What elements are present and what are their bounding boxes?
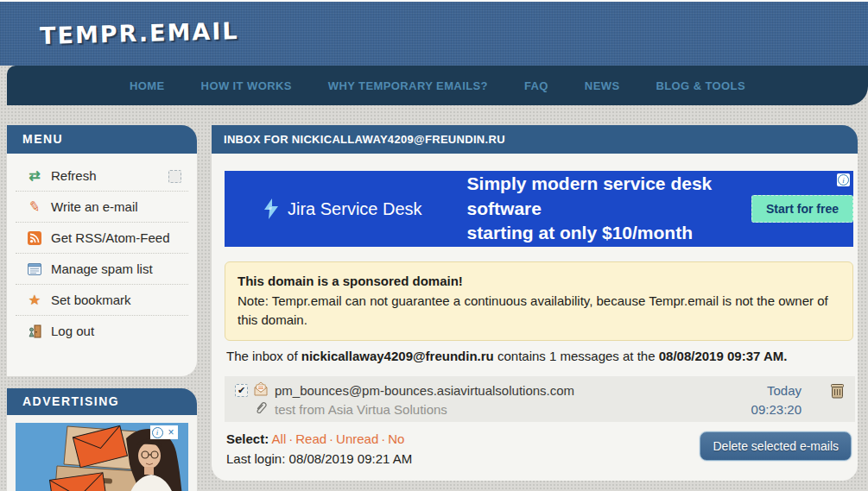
menu-item-label: Write an e-mail [51, 199, 138, 214]
message-row[interactable]: ✔ pm_bounces@pm-bounces.asiavirtualsolut… [225, 376, 855, 422]
menu-item-rss-feed[interactable]: Get RSS/Atom-Feed [16, 223, 188, 254]
inbox-email-address: nickicallaway4209@freundin.ru [301, 349, 494, 363]
nav-item-why-temporary-emails[interactable]: WHY TEMPORARY EMAILS? [328, 79, 488, 92]
menu-item-label: Refresh [51, 168, 97, 183]
jira-brand-label: Jira Service Desk [288, 199, 422, 219]
nav-item-faq[interactable]: FAQ [524, 79, 548, 92]
auto-refresh-checkbox[interactable] [168, 170, 181, 183]
menu-item-set-bookmark[interactable]: ★ Set bookmark [16, 285, 188, 316]
last-login-text: Last login: 08/08/2019 09:21 AM [226, 451, 412, 466]
message-datetime: Today 09:23:20 [751, 381, 801, 419]
menu-item-label: Manage spam list [51, 261, 153, 276]
delete-selected-button[interactable]: Delete selected e-mails [700, 431, 852, 461]
start-for-free-button[interactable]: Start for free [751, 195, 853, 223]
advertising-panel: i × [7, 415, 197, 491]
message-sender[interactable]: pm_bounces@pm-bounces.asiavirtualsolutio… [275, 383, 574, 398]
delete-message-trash-icon[interactable] [830, 383, 845, 402]
notice-body: Note: Tempr.email can not guarantee a co… [238, 292, 840, 330]
inbox-info-line: The inbox of nickicallaway4209@freundin.… [226, 349, 787, 363]
select-read-link[interactable]: Read [295, 431, 326, 446]
nav-item-blog-tools[interactable]: BLOG & TOOLS [656, 79, 745, 92]
jira-headline-line2: starting at only $10/month [467, 221, 727, 245]
menu-panel: ⇄ Refresh ✎ Write an e-mail Get RSS/Atom… [7, 154, 197, 376]
select-bar: Select: All·Read·Unread·No [226, 431, 404, 446]
menu-item-refresh[interactable]: ⇄ Refresh [16, 161, 188, 192]
sponsored-domain-notice: This domain is a sponsored domain! Note:… [225, 261, 853, 341]
star-icon: ★ [26, 292, 43, 308]
select-separator: · [286, 431, 295, 446]
advertising-panel-title: ADVERTISING [7, 388, 197, 415]
menu-panel-title: MENU [7, 125, 197, 154]
spam-list-icon [26, 263, 43, 275]
menu-item-manage-spam[interactable]: Manage spam list [16, 254, 188, 285]
menu-item-label: Log out [51, 324, 94, 338]
notice-title: This domain is a sponsored domain! [238, 272, 840, 292]
tempr-email-page: TEMPR.EMAIL HOME HOW IT WORKS WHY TEMPOR… [0, 0, 868, 491]
ad-info-icon[interactable]: i [837, 173, 850, 186]
inbox-title-bar: INBOX FOR NICKICALLAWAY4209@FREUNDIN.RU [212, 125, 858, 154]
select-separator: · [378, 431, 388, 446]
menu-item-label: Get RSS/Atom-Feed [51, 230, 170, 245]
select-unread-link[interactable]: Unread [336, 431, 378, 446]
select-label: Select: [226, 431, 269, 446]
menu-item-write-email[interactable]: ✎ Write an e-mail [16, 192, 188, 223]
inbox-content-panel: Jira Service Desk Simply modern service … [212, 154, 858, 481]
jira-ad-banner[interactable]: Jira Service Desk Simply modern service … [225, 171, 853, 247]
refresh-icon: ⇄ [26, 167, 43, 184]
nav-item-news[interactable]: NEWS [585, 79, 620, 92]
message-date: Today [751, 381, 801, 400]
site-logo[interactable]: TEMPR.EMAIL [40, 17, 239, 49]
jira-brand: Jira Service Desk [263, 198, 422, 219]
nav-item-how-it-works[interactable]: HOW IT WORKS [201, 79, 292, 92]
nav-item-home[interactable]: HOME [130, 79, 165, 92]
header-banner: TEMPR.EMAIL [0, 2, 868, 66]
jira-headline-line1: Simply modern service desk software [467, 172, 727, 221]
select-all-link[interactable]: All [272, 431, 287, 446]
logout-door-icon [26, 324, 43, 338]
rss-icon [26, 231, 43, 245]
adchoices-info-icon[interactable]: i [150, 425, 164, 439]
ad-close-icon[interactable]: × [164, 425, 178, 439]
pencil-icon: ✎ [25, 197, 45, 216]
open-envelope-icon [253, 381, 269, 400]
jira-bolt-icon [263, 198, 280, 219]
main-nav: HOME HOW IT WORKS WHY TEMPORARY EMAILS? … [7, 66, 868, 105]
message-subject[interactable]: test from Asia Virtua Solutions [275, 402, 447, 417]
select-no-link[interactable]: No [388, 431, 404, 446]
inbox-info-middle: contains 1 messages at the [494, 349, 659, 363]
menu-item-label: Set bookmark [51, 293, 131, 307]
message-checkbox[interactable]: ✔ [235, 384, 248, 397]
menu-item-logout[interactable]: Log out [16, 316, 188, 346]
attachment-paperclip-icon [255, 401, 267, 418]
jira-ad-headline: Simply modern service desk software star… [467, 172, 727, 245]
inbox-info-prefix: The inbox of [226, 349, 301, 363]
select-separator: · [326, 431, 336, 446]
message-time: 09:23:20 [751, 400, 801, 419]
adchoices-controls: i × [150, 425, 178, 439]
inbox-check-timestamp: 08/08/2019 09:37 AM. [659, 349, 788, 363]
